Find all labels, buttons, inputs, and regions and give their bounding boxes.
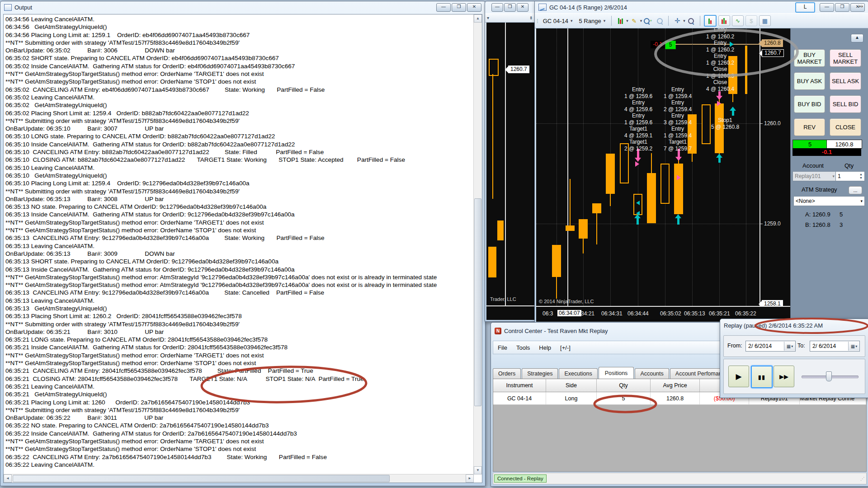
mouse-cursor-resize-icon: ↔ bbox=[856, 0, 864, 9]
scroll-up-icon[interactable]: ▲ bbox=[474, 14, 482, 23]
price-axis[interactable]: 1260.8 1260.7 1258.1 1260.01259.0 bbox=[760, 28, 791, 306]
scroll-left-icon[interactable]: ◄ bbox=[4, 474, 12, 483]
table-cell: Long bbox=[546, 392, 597, 404]
time-axis-label: 06:35:13 bbox=[684, 310, 705, 317]
order-marker bbox=[635, 161, 639, 167]
chevron-down-icon: ▾ bbox=[860, 199, 863, 203]
menu-item-help[interactable]: Help bbox=[534, 343, 556, 352]
order-arrow-up bbox=[634, 214, 641, 225]
magnifier-icon[interactable] bbox=[686, 15, 697, 26]
menu-item-file[interactable]: File bbox=[493, 343, 512, 352]
calendar-icon[interactable]: ▦▾ bbox=[848, 342, 859, 351]
link-button[interactable]: L bbox=[795, 2, 815, 13]
reverse-button[interactable]: REV bbox=[794, 118, 825, 136]
chart-style-icon[interactable] bbox=[615, 15, 626, 26]
close-position-button[interactable]: CLOSE bbox=[830, 118, 861, 136]
sell-bid-button[interactable]: SELL BID bbox=[830, 95, 861, 113]
candlestick bbox=[606, 154, 615, 194]
time-axis-label: 06:35:21 bbox=[709, 310, 730, 317]
scroll-down-icon[interactable]: ▼ bbox=[474, 466, 482, 474]
buy-market-button[interactable]: BUY MARKET bbox=[794, 49, 825, 67]
time-axis-label: 34:21 bbox=[581, 310, 594, 317]
account-select[interactable]: Replay101▾ bbox=[793, 171, 837, 181]
chevron-down-icon[interactable]: ▾ bbox=[683, 19, 685, 23]
axis-tick bbox=[760, 123, 763, 124]
sell-ask-button[interactable]: SELL ASK bbox=[830, 72, 861, 90]
output-titlebar[interactable]: Output — ❐ ✕ bbox=[0, 1, 485, 13]
maximize-icon[interactable]: ❐ bbox=[504, 3, 516, 12]
quantity-stepper[interactable]: 1▲▼ bbox=[835, 171, 865, 181]
pin-icon[interactable]: ⇟ bbox=[529, 15, 533, 20]
output-title: Output bbox=[14, 4, 32, 11]
resize-grip-icon[interactable]: ⋰ bbox=[860, 476, 865, 481]
price-axis-label: 1259.0 bbox=[764, 221, 781, 227]
chart-trader-toggle[interactable] bbox=[704, 15, 717, 27]
zoom-in-icon[interactable]: + bbox=[642, 15, 653, 26]
scroll-right-icon[interactable]: ► bbox=[466, 474, 474, 483]
minimize-icon[interactable]: — bbox=[820, 3, 834, 12]
time-axis-label: 06:34:31 bbox=[601, 310, 623, 317]
position-pnl-box: -0.1 bbox=[651, 41, 665, 48]
calendar-icon[interactable]: ▦▾ bbox=[784, 342, 795, 351]
instrument-selector[interactable]: GC 04-14▾ bbox=[540, 16, 576, 26]
menu-item-[interactable]: [+/-] bbox=[556, 343, 575, 352]
scroll-thumb[interactable] bbox=[13, 475, 390, 482]
chevron-down-icon[interactable]: ▾ bbox=[626, 19, 628, 23]
replay-titlebar[interactable]: Replay (paused) 2/6/2014 6:35:22 AM bbox=[720, 319, 868, 332]
candlestick bbox=[702, 104, 711, 144]
data-series-icon[interactable] bbox=[718, 15, 730, 26]
candlestick bbox=[552, 245, 561, 277]
horizontal-scrollbar[interactable]: ◄ ► bbox=[4, 474, 474, 483]
buy-ask-button[interactable]: BUY ASK bbox=[794, 72, 825, 90]
status-bar: Connected - Replay ⋰ bbox=[493, 473, 867, 484]
indicators-icon[interactable]: ∿ bbox=[732, 15, 744, 26]
from-date-field[interactable]: 2/ 6/2014 ▦▾ bbox=[745, 341, 796, 352]
atm-more-button[interactable]: ... bbox=[849, 186, 862, 194]
close-icon[interactable]: ✕ bbox=[517, 3, 528, 12]
avg-price-flag: 1260.8 bbox=[762, 39, 783, 47]
sell-market-button[interactable]: SELL MARKET bbox=[830, 49, 861, 67]
scroll-thumb[interactable] bbox=[474, 198, 481, 406]
collapse-panel-icon[interactable]: ▲ bbox=[851, 34, 863, 42]
time-axis-label: 06:35:22 bbox=[735, 310, 756, 317]
chevron-down-icon[interactable]: ▾ bbox=[487, 15, 489, 20]
zoom-out-icon[interactable] bbox=[654, 15, 665, 26]
pause-button[interactable]: ▮▮ bbox=[751, 366, 773, 388]
minimize-icon[interactable]: — bbox=[491, 3, 503, 12]
price-axis-label: 1260.0 bbox=[764, 120, 781, 127]
tab-strategies[interactable]: Strategies bbox=[522, 368, 558, 379]
drawing-tools-icon[interactable]: ✎ bbox=[629, 15, 640, 26]
chart-plot-area[interactable]: © 2014 NinjaTrader, LLC -0.1 5 Entry 1 @… bbox=[536, 28, 760, 306]
table-cell: GC 04-14 bbox=[493, 392, 546, 404]
buy-bid-button[interactable]: BUY BID bbox=[794, 95, 825, 113]
column-header: Instrument bbox=[493, 379, 546, 392]
grid-icon[interactable]: ▦ bbox=[759, 15, 771, 26]
maximize-icon[interactable]: ❐ bbox=[835, 3, 849, 12]
to-date-field[interactable]: 2/ 6/2014 ▦▾ bbox=[810, 341, 860, 352]
tab-positions[interactable]: Positions bbox=[599, 367, 634, 379]
candlestick bbox=[488, 247, 496, 277]
close-icon[interactable]: ✕ bbox=[467, 3, 481, 12]
speed-slider-thumb[interactable] bbox=[826, 371, 832, 381]
chevron-down-icon[interactable]: ▾ bbox=[640, 19, 642, 23]
crosshair-icon[interactable]: ✛ bbox=[672, 15, 683, 26]
atm-strategy-select[interactable]: <None>▾ bbox=[793, 196, 865, 206]
chart-titlebar[interactable]: GC 04-14 (5 Range) 2/6/2014 L — ❐ ✕ ↔ bbox=[535, 1, 868, 13]
fast-forward-button[interactable]: ▶▶ bbox=[774, 366, 794, 387]
mini-titlebar[interactable]: — ❐ ✕ bbox=[485, 1, 535, 13]
from-label: From: bbox=[727, 343, 742, 349]
replay-datetime: 2/6/2014 6:35:22 AM bbox=[769, 322, 823, 329]
minimize-icon[interactable]: — bbox=[436, 3, 451, 12]
mini-chart-area[interactable]: 1260.7 Trader, LLC bbox=[486, 23, 535, 320]
play-button[interactable]: ▶ bbox=[728, 366, 749, 387]
spinner-arrows-icon[interactable]: ▲▼ bbox=[859, 173, 863, 180]
tab-accounts[interactable]: Accounts bbox=[635, 368, 669, 379]
maximize-icon[interactable]: ❐ bbox=[452, 3, 466, 12]
tab-orders[interactable]: Orders bbox=[493, 368, 521, 379]
vertical-scrollbar[interactable]: ▲ ▼ bbox=[473, 14, 482, 474]
order-marker bbox=[636, 201, 640, 205]
dollar-icon[interactable]: $ bbox=[745, 15, 757, 26]
tab-executions[interactable]: Executions bbox=[559, 368, 597, 379]
period-selector[interactable]: 5 Range▾ bbox=[576, 16, 609, 26]
menu-item-tools[interactable]: Tools bbox=[512, 343, 534, 352]
